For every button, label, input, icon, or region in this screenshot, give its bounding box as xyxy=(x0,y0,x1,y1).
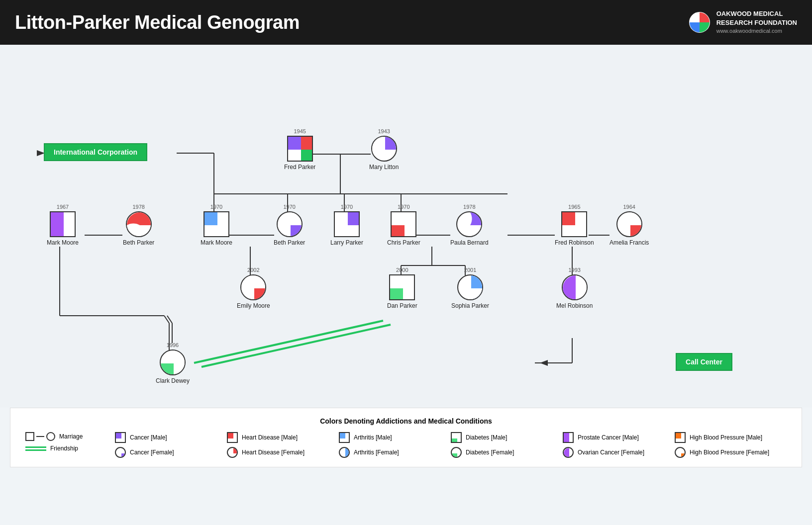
mark-moore-2: 1970 Mark Moore xyxy=(201,204,232,247)
sophia-parker-name: Sophia Parker xyxy=(451,302,489,310)
dan-parker-name: Dan Parker xyxy=(387,302,417,310)
beth-parker-1-shape xyxy=(126,211,152,237)
legend-marriage: Marriage xyxy=(25,432,115,441)
emily-moore-shape xyxy=(240,274,266,300)
beth-parker-2-year: 1970 xyxy=(283,204,295,210)
diagram-area: International Corporation 1945 Fred Park… xyxy=(0,45,812,408)
fred-robinson-shape xyxy=(561,211,587,237)
logo-icon xyxy=(689,11,710,33)
mel-robinson-year: 1993 xyxy=(568,267,580,273)
amelia-francis-name: Amelia Francis xyxy=(609,239,649,247)
legend-prostate-cancer: Prostate Cancer [Male] xyxy=(563,432,675,443)
svg-line-31 xyxy=(164,316,169,323)
mark-moore-1-shape xyxy=(50,211,76,237)
chris-parker-year: 1970 xyxy=(398,204,409,210)
mark-moore-2-name: Mark Moore xyxy=(201,239,232,247)
page-title: Litton-Parker Medical Genogram xyxy=(15,12,300,33)
beth-parker-1-name: Beth Parker xyxy=(123,239,154,247)
chris-parker-name: Chris Parker xyxy=(387,239,420,247)
legend-ovarian-cancer: Ovarian Cancer [Female] xyxy=(563,447,675,458)
logo: OAKWOOD MEDICAL RESEARCH FOUNDATION www.… xyxy=(689,9,797,35)
paula-bernard-name: Paula Bernard xyxy=(450,239,489,247)
fred-parker-name: Fred Parker xyxy=(284,164,315,172)
fred-robinson: 1965 Fred Robinson xyxy=(555,204,594,247)
mary-litton-name: Mary Litton xyxy=(369,164,399,172)
legend: Colors Denoting Addictions and Medical C… xyxy=(10,408,802,467)
legend-hbp-female: High Blood Pressure [Female] xyxy=(675,447,787,458)
mark-moore-1-year: 1967 xyxy=(57,204,69,210)
legend-heart-male: Heart Disease [Male] xyxy=(227,432,339,443)
header: Litton-Parker Medical Genogram OAKWOOD M… xyxy=(0,0,812,45)
beth-parker-2-name: Beth Parker xyxy=(274,239,305,247)
svg-line-40 xyxy=(202,325,391,367)
paula-bernard-year: 1978 xyxy=(463,204,475,210)
dan-parker: 2000 Dan Parker xyxy=(387,267,417,310)
mary-litton-shape xyxy=(371,136,397,162)
fred-robinson-name: Fred Robinson xyxy=(555,239,594,247)
larry-parker: 1970 Larry Parker xyxy=(330,204,363,247)
chris-parker: 1970 Chris Parker xyxy=(387,204,420,247)
legend-hbp-male: High Blood Pressure [Male] xyxy=(675,432,787,443)
svg-line-32 xyxy=(167,316,172,323)
amelia-francis-shape xyxy=(616,211,642,237)
mel-robinson: 1993 Mel Robinson xyxy=(556,267,593,310)
clark-dewey: 1996 Clark Dewey xyxy=(156,342,190,385)
legend-friendship: Friendship xyxy=(25,445,115,452)
emily-moore: 2002 Emily Moore xyxy=(237,267,270,310)
call-center-box: Call Center xyxy=(676,353,732,371)
fred-parker-year: 1945 xyxy=(294,128,305,134)
mark-moore-1: 1967 Mark Moore xyxy=(47,204,79,247)
paula-bernard-shape xyxy=(456,211,482,237)
beth-parker-1-year: 1978 xyxy=(132,204,144,210)
fred-parker: 1945 Fred Parker xyxy=(284,128,315,172)
amelia-francis: 1964 Amelia Francis xyxy=(609,204,649,247)
svg-line-34 xyxy=(164,316,172,343)
chris-parker-shape xyxy=(391,211,416,237)
beth-parker-2-shape xyxy=(277,211,303,237)
fred-parker-shape xyxy=(287,136,313,162)
clark-dewey-name: Clark Dewey xyxy=(156,377,190,385)
legend-arthritis-female: Arthritis [Female] xyxy=(339,447,451,458)
legend-cancer-female: Cancer [Female] xyxy=(115,447,227,458)
mark-moore-2-shape xyxy=(203,211,229,237)
sophia-parker-year: 2001 xyxy=(464,267,476,273)
emily-moore-name: Emily Moore xyxy=(237,302,270,310)
emily-moore-year: 2002 xyxy=(247,267,259,273)
mel-robinson-name: Mel Robinson xyxy=(556,302,593,310)
intl-corp-box: International Corporation xyxy=(44,143,147,161)
dan-parker-shape xyxy=(389,274,415,300)
larry-parker-year: 1970 xyxy=(341,204,353,210)
sophia-parker: 2001 Sophia Parker xyxy=(451,267,489,310)
beth-parker-1: 1978 Beth Parker xyxy=(123,204,154,247)
mary-litton-year: 1943 xyxy=(378,128,390,134)
larry-parker-shape xyxy=(334,211,360,237)
clark-dewey-shape xyxy=(160,350,186,375)
legend-arthritis-male: Arthritis [Male] xyxy=(339,432,451,443)
larry-parker-name: Larry Parker xyxy=(330,239,363,247)
legend-cancer-male: Cancer [Male] xyxy=(115,432,227,443)
legend-title: Colors Denoting Addictions and Medical C… xyxy=(25,417,787,425)
clark-dewey-year: 1996 xyxy=(167,342,179,348)
paula-bernard: 1978 Paula Bernard xyxy=(450,204,489,247)
dan-parker-year: 2000 xyxy=(396,267,408,273)
mary-litton: 1943 Mary Litton xyxy=(369,128,399,172)
svg-line-39 xyxy=(194,321,383,363)
beth-parker-2: 1970 Beth Parker xyxy=(274,204,305,247)
legend-diabetes-female: Diabetes [Female] xyxy=(451,447,563,458)
mark-moore-1-name: Mark Moore xyxy=(47,239,79,247)
legend-heart-female: Heart Disease [Female] xyxy=(227,447,339,458)
legend-diabetes-male: Diabetes [Male] xyxy=(451,432,563,443)
mark-moore-2-year: 1970 xyxy=(210,204,222,210)
sophia-parker-shape xyxy=(457,274,483,300)
mel-robinson-shape xyxy=(562,274,588,300)
fred-robinson-year: 1965 xyxy=(568,204,580,210)
amelia-francis-year: 1964 xyxy=(623,204,635,210)
